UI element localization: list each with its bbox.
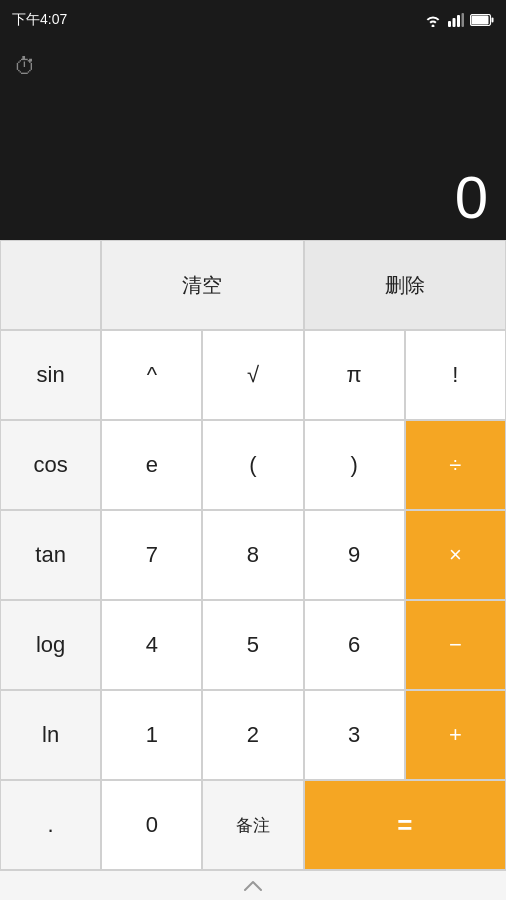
placeholder-btn xyxy=(0,240,101,330)
signal-icon xyxy=(448,13,464,27)
divide-button[interactable]: ÷ xyxy=(405,420,506,510)
minus-button[interactable]: − xyxy=(405,600,506,690)
caret-button[interactable]: ^ xyxy=(101,330,202,420)
svg-rect-2 xyxy=(457,15,460,27)
multiply-button[interactable]: × xyxy=(405,510,506,600)
status-icons xyxy=(424,13,494,27)
e-button[interactable]: e xyxy=(101,420,202,510)
note-button[interactable]: 备注 xyxy=(202,780,303,870)
svg-rect-1 xyxy=(453,18,456,27)
sin-button[interactable]: sin xyxy=(0,330,101,420)
sqrt-button[interactable]: √ xyxy=(202,330,303,420)
history-icon[interactable]: ⏱ xyxy=(14,54,36,80)
seven-button[interactable]: 7 xyxy=(101,510,202,600)
clear-button[interactable]: 清空 xyxy=(101,240,303,330)
five-button[interactable]: 5 xyxy=(202,600,303,690)
svg-rect-0 xyxy=(448,21,451,27)
two-button[interactable]: 2 xyxy=(202,690,303,780)
four-button[interactable]: 4 xyxy=(101,600,202,690)
nine-button[interactable]: 9 xyxy=(304,510,405,600)
rparen-button[interactable]: ) xyxy=(304,420,405,510)
status-bar: 下午4:07 xyxy=(0,0,506,40)
svg-rect-5 xyxy=(492,18,494,23)
svg-rect-6 xyxy=(472,16,489,25)
three-button[interactable]: 3 xyxy=(304,690,405,780)
plus-button[interactable]: + xyxy=(405,690,506,780)
six-button[interactable]: 6 xyxy=(304,600,405,690)
one-button[interactable]: 1 xyxy=(101,690,202,780)
expand-bar[interactable] xyxy=(0,870,506,900)
log-button[interactable]: log xyxy=(0,600,101,690)
equals-button[interactable]: = xyxy=(304,780,506,870)
factorial-button[interactable]: ! xyxy=(405,330,506,420)
tan-button[interactable]: tan xyxy=(0,510,101,600)
svg-rect-3 xyxy=(462,13,465,27)
lparen-button[interactable]: ( xyxy=(202,420,303,510)
wifi-icon xyxy=(424,13,442,27)
calc-grid: 清空 删除 sin ^ √ π ! cos e ( ) ÷ tan 7 8 9 … xyxy=(0,240,506,870)
cos-button[interactable]: cos xyxy=(0,420,101,510)
chevron-up-icon xyxy=(243,880,263,892)
pi-button[interactable]: π xyxy=(304,330,405,420)
delete-button[interactable]: 删除 xyxy=(304,240,506,330)
battery-icon xyxy=(470,14,494,26)
zero-button[interactable]: 0 xyxy=(101,780,202,870)
eight-button[interactable]: 8 xyxy=(202,510,303,600)
ln-button[interactable]: ln xyxy=(0,690,101,780)
time-display: 下午4:07 xyxy=(12,11,67,29)
display-value: 0 xyxy=(455,168,488,228)
dot-button[interactable]: . xyxy=(0,780,101,870)
display-area: ⏱ 0 xyxy=(0,40,506,240)
